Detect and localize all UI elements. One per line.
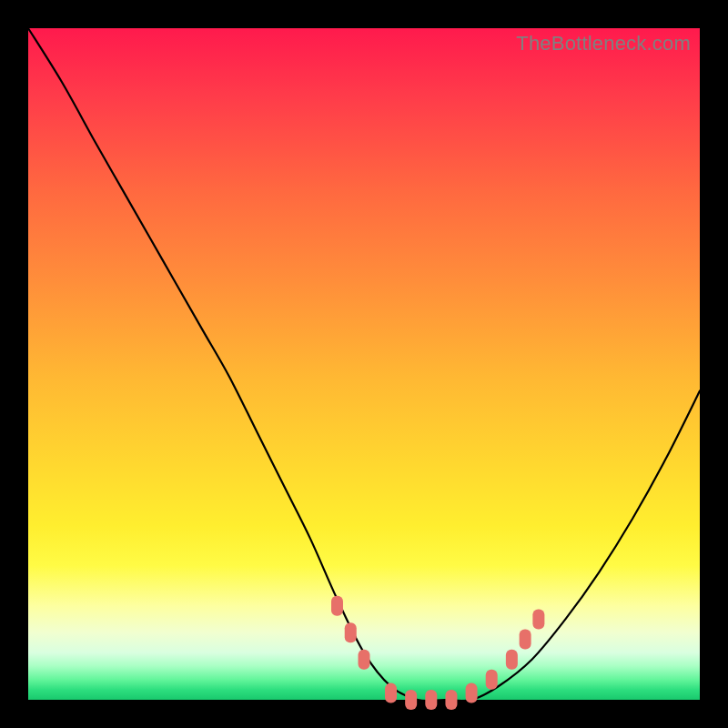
right-cluster-4: [532, 609, 544, 629]
left-cluster-1: [331, 596, 343, 616]
left-cluster-3: [359, 650, 370, 670]
right-cluster-3: [520, 630, 531, 650]
bottom-5: [466, 683, 478, 703]
chart-frame: TheBottleneck.com: [0, 0, 728, 728]
bottom-2: [405, 690, 417, 710]
curve-layer: [28, 28, 700, 700]
bottom-1: [385, 683, 397, 703]
left-cluster-2: [345, 622, 357, 642]
bottom-3: [425, 690, 437, 710]
bottleneck-curve: [28, 28, 700, 701]
bottom-4: [445, 690, 457, 710]
plot-area: TheBottleneck.com: [28, 28, 700, 700]
marker-layer: [331, 596, 544, 710]
right-cluster-2: [506, 650, 518, 670]
right-cluster-1: [486, 670, 498, 690]
